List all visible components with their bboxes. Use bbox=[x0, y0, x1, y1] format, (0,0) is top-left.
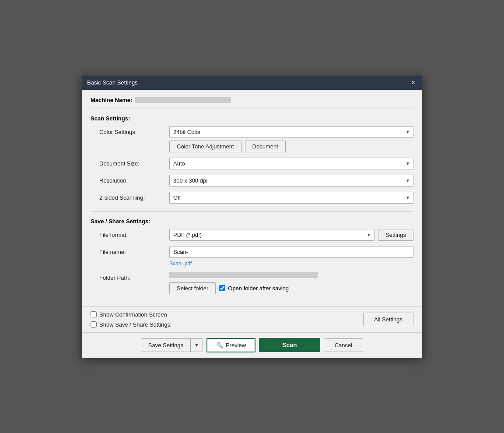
document-size-controls: Auto A4 Letter Legal ▼ bbox=[169, 158, 413, 169]
file-name-controls: Scan-.pdf bbox=[169, 246, 413, 267]
dialog-body: Machine Name: Scan Settings: Color Setti… bbox=[82, 90, 422, 306]
machine-name-row: Machine Name: bbox=[91, 97, 413, 109]
machine-name-value bbox=[135, 97, 231, 103]
file-format-inner-row: PDF (*.pdf) JPEG (*.jpg) PNG (*.png) TIF… bbox=[169, 229, 413, 241]
cancel-button[interactable]: Cancel bbox=[324, 338, 363, 352]
folder-path-controls: Select folder Open folder after saving bbox=[169, 272, 413, 294]
open-folder-label: Open folder after saving bbox=[228, 285, 289, 292]
show-confirmation-row: Show Confirmation Screen bbox=[91, 311, 172, 318]
scan-settings-section: Scan Settings: Color Settings: 24bit Col… bbox=[91, 109, 413, 209]
document-size-select-wrapper: Auto A4 Letter Legal ▼ bbox=[169, 158, 413, 169]
file-format-select-wrapper: PDF (*.pdf) JPEG (*.jpg) PNG (*.png) TIF… bbox=[169, 229, 374, 241]
folder-path-value bbox=[169, 272, 318, 278]
document-button[interactable]: Document bbox=[245, 141, 286, 152]
two-sided-select[interactable]: Off Long Edge Binding Short Edge Binding bbox=[169, 192, 413, 204]
two-sided-controls: Off Long Edge Binding Short Edge Binding… bbox=[169, 192, 413, 204]
bottom-options: Show Confirmation Screen Show Save / Sha… bbox=[82, 306, 422, 332]
file-format-select[interactable]: PDF (*.pdf) JPEG (*.jpg) PNG (*.png) TIF… bbox=[169, 229, 374, 241]
file-format-row: File format: PDF (*.pdf) JPEG (*.jpg) PN… bbox=[91, 229, 413, 241]
preview-label: Preview bbox=[226, 342, 246, 349]
color-settings-select-wrapper: 24bit Color Grayscale Black and White ▼ bbox=[169, 126, 413, 138]
two-sided-row: 2-sided Scanning: Off Long Edge Binding … bbox=[91, 192, 413, 204]
color-tone-adjustment-button[interactable]: Color Tone Adjustment bbox=[169, 141, 242, 152]
folder-path-label: Folder Path: bbox=[99, 272, 169, 281]
save-settings-wrap: Save Settings ▼ bbox=[141, 338, 203, 352]
scan-settings-title: Scan Settings: bbox=[91, 115, 413, 122]
open-folder-checkbox-row: Open folder after saving bbox=[219, 285, 289, 292]
resolution-select-wrapper: 300 x 300 dpi 200 x 200 dpi 600 x 600 dp… bbox=[169, 175, 413, 187]
folder-path-row: Folder Path: Select folder Open folder a… bbox=[91, 272, 413, 294]
show-save-share-checkbox[interactable] bbox=[91, 321, 97, 327]
folder-path-buttons: Select folder Open folder after saving bbox=[169, 282, 413, 294]
bottom-checkboxes: Show Confirmation Screen Show Save / Sha… bbox=[91, 311, 172, 328]
save-share-section: Save / Share Settings: File format: PDF … bbox=[91, 212, 413, 299]
color-settings-label: Color Settings: bbox=[99, 126, 169, 135]
footer-buttons: Save Settings ▼ 🔍 Preview Scan Cancel bbox=[82, 332, 422, 358]
document-size-select[interactable]: Auto A4 Letter Legal bbox=[169, 158, 413, 169]
show-confirmation-label: Show Confirmation Screen bbox=[99, 311, 167, 318]
title-bar: Basic Scan Settings × bbox=[82, 76, 422, 90]
file-format-controls: PDF (*.pdf) JPEG (*.jpg) PNG (*.png) TIF… bbox=[169, 229, 413, 241]
close-button[interactable]: × bbox=[410, 79, 417, 86]
show-confirmation-checkbox[interactable] bbox=[91, 311, 97, 317]
basic-scan-settings-dialog: Basic Scan Settings × Machine Name: Scan… bbox=[81, 75, 423, 358]
preview-icon: 🔍 bbox=[216, 342, 223, 349]
resolution-label: Resolution: bbox=[99, 175, 169, 184]
file-format-label: File format: bbox=[99, 229, 169, 238]
dialog-title: Basic Scan Settings bbox=[87, 79, 138, 86]
file-name-row: File name: Scan-.pdf bbox=[91, 246, 413, 267]
file-name-input[interactable] bbox=[169, 246, 413, 258]
save-settings-button[interactable]: Save Settings bbox=[141, 339, 190, 352]
color-settings-row: Color Settings: 24bit Color Grayscale Bl… bbox=[91, 126, 413, 152]
all-settings-button[interactable]: All Settings bbox=[363, 313, 413, 326]
preview-button[interactable]: 🔍 Preview bbox=[206, 338, 256, 352]
file-format-settings-button[interactable]: Settings bbox=[378, 229, 413, 241]
file-name-preview: Scan-.pdf bbox=[169, 261, 413, 267]
machine-name-label: Machine Name: bbox=[91, 97, 132, 103]
document-size-label: Document Size: bbox=[99, 158, 169, 167]
two-sided-select-wrapper: Off Long Edge Binding Short Edge Binding… bbox=[169, 192, 413, 204]
select-folder-button[interactable]: Select folder bbox=[169, 282, 216, 294]
resolution-row: Resolution: 300 x 300 dpi 200 x 200 dpi … bbox=[91, 175, 413, 187]
show-save-share-row: Show Save / Share Settings: bbox=[91, 321, 172, 328]
document-size-row: Document Size: Auto A4 Letter Legal ▼ bbox=[91, 158, 413, 169]
scan-button[interactable]: Scan bbox=[259, 338, 320, 352]
color-buttons-row: Color Tone Adjustment Document bbox=[169, 141, 413, 152]
resolution-select[interactable]: 300 x 300 dpi 200 x 200 dpi 600 x 600 dp… bbox=[169, 175, 413, 187]
save-settings-dropdown-button[interactable]: ▼ bbox=[190, 339, 203, 352]
color-settings-select[interactable]: 24bit Color Grayscale Black and White bbox=[169, 126, 413, 138]
show-save-share-label: Show Save / Share Settings: bbox=[99, 321, 172, 328]
open-folder-checkbox[interactable] bbox=[219, 285, 225, 291]
file-name-label: File name: bbox=[99, 246, 169, 255]
two-sided-label: 2-sided Scanning: bbox=[99, 192, 169, 201]
save-share-title: Save / Share Settings: bbox=[91, 218, 413, 225]
resolution-controls: 300 x 300 dpi 200 x 200 dpi 600 x 600 dp… bbox=[169, 175, 413, 187]
color-settings-controls: 24bit Color Grayscale Black and White ▼ … bbox=[169, 126, 413, 152]
